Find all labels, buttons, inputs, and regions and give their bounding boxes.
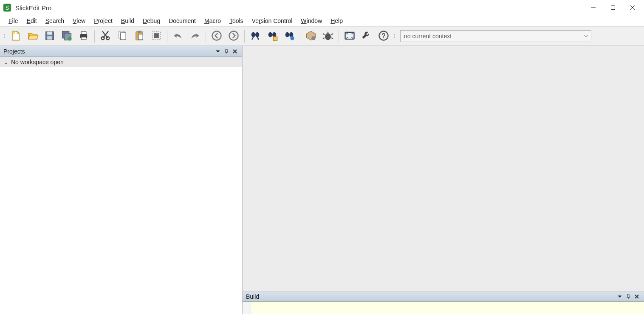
build-text[interactable]	[251, 302, 644, 314]
menu-tools[interactable]: Tools	[225, 17, 248, 25]
menu-file[interactable]: File	[4, 17, 23, 25]
toolbar-separator	[94, 30, 95, 42]
app-icon: S	[3, 3, 12, 12]
project-settings-icon	[305, 30, 317, 43]
fullscreen-icon	[344, 30, 356, 43]
menu-help[interactable]: Help	[326, 17, 347, 25]
svg-rect-33	[273, 37, 277, 40]
select-all-button[interactable]	[148, 28, 164, 44]
print-button[interactable]	[76, 28, 92, 44]
toolbar-separator	[206, 30, 206, 42]
menu-window[interactable]: Window	[297, 17, 326, 25]
build-panel: Build	[243, 291, 644, 314]
toolbar-grip[interactable]	[3, 30, 6, 42]
panel-close-button[interactable]	[231, 48, 239, 55]
undo-icon	[172, 30, 184, 43]
projects-tree[interactable]: ⌄ No workspace open	[0, 57, 242, 314]
panel-pin-button[interactable]	[223, 48, 230, 55]
nav-forward-icon	[228, 30, 240, 43]
svg-rect-3	[611, 6, 615, 10]
titlebar: S SlickEdit Pro	[0, 0, 644, 15]
build-output[interactable]	[243, 302, 644, 314]
nav-back-button[interactable]	[209, 28, 225, 44]
svg-text:S: S	[6, 5, 9, 11]
toolbar-grip[interactable]	[393, 30, 396, 42]
paste-button[interactable]	[131, 28, 147, 44]
redo-button[interactable]	[187, 28, 203, 44]
svg-point-28	[229, 31, 238, 40]
tree-root-row[interactable]: ⌄ No workspace open	[0, 57, 242, 67]
menu-build[interactable]: Build	[117, 17, 138, 25]
new-file-button[interactable]	[8, 28, 24, 44]
menu-project[interactable]: Project	[90, 17, 117, 25]
svg-rect-15	[81, 37, 86, 40]
nav-forward-button[interactable]	[226, 28, 242, 44]
svg-point-36	[290, 36, 294, 40]
projects-panel: Projects ⌄ No workspace open	[0, 46, 243, 314]
menu-edit[interactable]: Edit	[23, 17, 41, 25]
svg-rect-9	[47, 36, 52, 40]
svg-rect-23	[138, 31, 141, 33]
panel-close-button[interactable]	[633, 293, 641, 300]
editor-area[interactable]	[243, 46, 644, 291]
close-button[interactable]	[623, 1, 642, 14]
svg-point-34	[285, 32, 289, 37]
build-panel-header: Build	[243, 291, 644, 302]
svg-line-40	[323, 34, 325, 34]
save-icon	[44, 30, 56, 43]
new-file-icon	[10, 30, 22, 43]
menu-debug[interactable]: Debug	[138, 17, 164, 25]
save-all-icon	[61, 30, 73, 43]
svg-text:?: ?	[381, 31, 386, 39]
find-button[interactable]	[247, 28, 263, 44]
undo-button[interactable]	[170, 28, 186, 44]
find-in-files-icon	[266, 30, 278, 43]
copy-icon	[116, 30, 128, 43]
save-button[interactable]	[42, 28, 58, 44]
copy-button[interactable]	[114, 28, 130, 44]
tree-root-label: No workspace open	[11, 59, 64, 65]
expand-icon[interactable]: ⌄	[3, 59, 9, 65]
debug-start-button[interactable]	[320, 28, 336, 44]
svg-line-42	[323, 37, 325, 38]
svg-point-27	[212, 31, 221, 40]
svg-line-43	[331, 37, 333, 38]
fullscreen-button[interactable]	[342, 28, 358, 44]
panel-pin-button[interactable]	[624, 293, 632, 300]
menu-macro[interactable]: Macro	[200, 17, 225, 25]
menubar: FileEditSearchViewProjectBuildDebugDocum…	[0, 15, 644, 26]
context-combo-text: no current context	[404, 33, 452, 40]
menu-version-control[interactable]: Version Control	[248, 17, 297, 25]
find-icon	[249, 30, 261, 43]
menu-view[interactable]: View	[68, 17, 90, 25]
menu-search[interactable]: Search	[41, 17, 68, 25]
svg-line-41	[331, 34, 333, 34]
svg-point-29	[251, 32, 255, 37]
print-icon	[78, 30, 90, 43]
save-all-button[interactable]	[59, 28, 75, 44]
redo-icon	[189, 30, 201, 43]
svg-point-37	[311, 36, 315, 40]
context-combo[interactable]: no current context	[400, 30, 591, 42]
menu-document[interactable]: Document	[164, 17, 200, 25]
open-file-button[interactable]	[25, 28, 41, 44]
panel-menu-button[interactable]	[214, 48, 222, 55]
minimize-button[interactable]	[584, 1, 603, 14]
replace-button[interactable]	[281, 28, 297, 44]
maximize-button[interactable]	[603, 1, 623, 14]
open-file-icon	[27, 30, 39, 43]
help-button[interactable]: ?	[376, 28, 392, 44]
window-controls	[584, 1, 642, 14]
app-title: SlickEdit Pro	[15, 4, 51, 11]
right-pane: Build	[243, 46, 644, 314]
project-settings-button[interactable]	[303, 28, 319, 44]
cut-button[interactable]	[97, 28, 113, 44]
svg-rect-8	[47, 31, 52, 34]
find-in-files-button[interactable]	[264, 28, 280, 44]
svg-rect-26	[154, 33, 159, 38]
tools-button[interactable]	[359, 28, 375, 44]
cut-icon	[99, 30, 111, 43]
svg-rect-14	[81, 31, 86, 34]
svg-point-12	[68, 37, 71, 40]
panel-menu-button[interactable]	[616, 293, 624, 300]
